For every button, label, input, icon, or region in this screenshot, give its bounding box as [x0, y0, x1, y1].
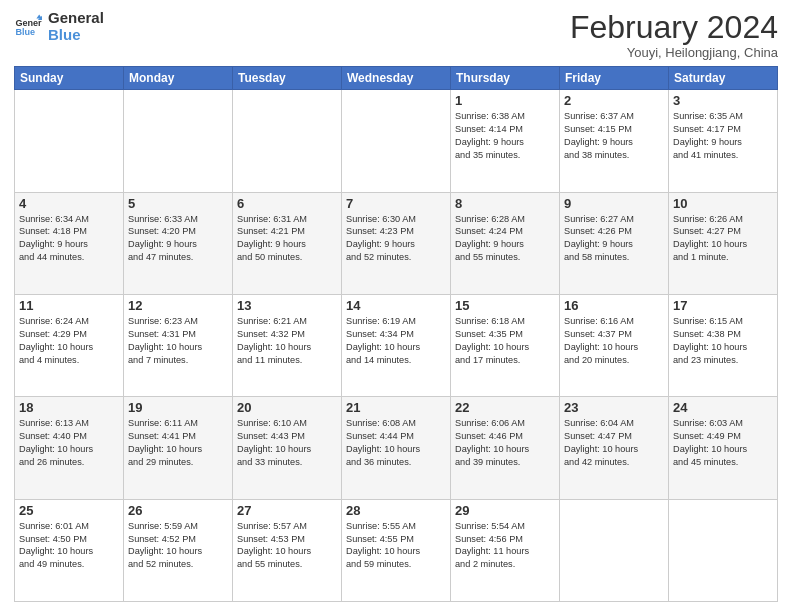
day-number: 22	[455, 400, 555, 415]
table-row: 12Sunrise: 6:23 AM Sunset: 4:31 PM Dayli…	[124, 294, 233, 396]
calendar-header-row: Sunday Monday Tuesday Wednesday Thursday…	[15, 67, 778, 90]
col-thursday: Thursday	[451, 67, 560, 90]
page-header: General Blue General Blue February 2024 …	[14, 10, 778, 60]
day-number: 18	[19, 400, 119, 415]
col-friday: Friday	[560, 67, 669, 90]
logo-line1: General	[48, 10, 104, 27]
day-number: 28	[346, 503, 446, 518]
day-info: Sunrise: 6:27 AM Sunset: 4:26 PM Dayligh…	[564, 213, 664, 265]
day-number: 25	[19, 503, 119, 518]
calendar-week-row: 11Sunrise: 6:24 AM Sunset: 4:29 PM Dayli…	[15, 294, 778, 396]
day-number: 23	[564, 400, 664, 415]
svg-text:Blue: Blue	[15, 27, 35, 37]
table-row: 1Sunrise: 6:38 AM Sunset: 4:14 PM Daylig…	[451, 90, 560, 192]
logo: General Blue General Blue	[14, 10, 104, 43]
day-info: Sunrise: 6:04 AM Sunset: 4:47 PM Dayligh…	[564, 417, 664, 469]
day-info: Sunrise: 6:28 AM Sunset: 4:24 PM Dayligh…	[455, 213, 555, 265]
day-info: Sunrise: 6:15 AM Sunset: 4:38 PM Dayligh…	[673, 315, 773, 367]
table-row: 24Sunrise: 6:03 AM Sunset: 4:49 PM Dayli…	[669, 397, 778, 499]
table-row	[15, 90, 124, 192]
day-number: 24	[673, 400, 773, 415]
table-row: 4Sunrise: 6:34 AM Sunset: 4:18 PM Daylig…	[15, 192, 124, 294]
table-row: 21Sunrise: 6:08 AM Sunset: 4:44 PM Dayli…	[342, 397, 451, 499]
day-info: Sunrise: 6:26 AM Sunset: 4:27 PM Dayligh…	[673, 213, 773, 265]
table-row: 29Sunrise: 5:54 AM Sunset: 4:56 PM Dayli…	[451, 499, 560, 601]
day-info: Sunrise: 6:33 AM Sunset: 4:20 PM Dayligh…	[128, 213, 228, 265]
table-row: 19Sunrise: 6:11 AM Sunset: 4:41 PM Dayli…	[124, 397, 233, 499]
day-info: Sunrise: 6:03 AM Sunset: 4:49 PM Dayligh…	[673, 417, 773, 469]
calendar-week-row: 1Sunrise: 6:38 AM Sunset: 4:14 PM Daylig…	[15, 90, 778, 192]
day-info: Sunrise: 6:34 AM Sunset: 4:18 PM Dayligh…	[19, 213, 119, 265]
day-number: 2	[564, 93, 664, 108]
day-number: 11	[19, 298, 119, 313]
day-info: Sunrise: 5:55 AM Sunset: 4:55 PM Dayligh…	[346, 520, 446, 572]
day-number: 1	[455, 93, 555, 108]
calendar-week-row: 4Sunrise: 6:34 AM Sunset: 4:18 PM Daylig…	[15, 192, 778, 294]
day-info: Sunrise: 6:30 AM Sunset: 4:23 PM Dayligh…	[346, 213, 446, 265]
calendar-table: Sunday Monday Tuesday Wednesday Thursday…	[14, 66, 778, 602]
table-row: 28Sunrise: 5:55 AM Sunset: 4:55 PM Dayli…	[342, 499, 451, 601]
day-number: 14	[346, 298, 446, 313]
svg-text:General: General	[15, 17, 42, 27]
table-row: 10Sunrise: 6:26 AM Sunset: 4:27 PM Dayli…	[669, 192, 778, 294]
day-number: 15	[455, 298, 555, 313]
day-info: Sunrise: 5:59 AM Sunset: 4:52 PM Dayligh…	[128, 520, 228, 572]
subtitle: Youyi, Heilongjiang, China	[570, 45, 778, 60]
day-number: 6	[237, 196, 337, 211]
col-tuesday: Tuesday	[233, 67, 342, 90]
table-row: 2Sunrise: 6:37 AM Sunset: 4:15 PM Daylig…	[560, 90, 669, 192]
table-row	[342, 90, 451, 192]
table-row: 3Sunrise: 6:35 AM Sunset: 4:17 PM Daylig…	[669, 90, 778, 192]
col-sunday: Sunday	[15, 67, 124, 90]
table-row: 13Sunrise: 6:21 AM Sunset: 4:32 PM Dayli…	[233, 294, 342, 396]
col-wednesday: Wednesday	[342, 67, 451, 90]
table-row: 22Sunrise: 6:06 AM Sunset: 4:46 PM Dayli…	[451, 397, 560, 499]
day-number: 29	[455, 503, 555, 518]
day-info: Sunrise: 5:54 AM Sunset: 4:56 PM Dayligh…	[455, 520, 555, 572]
day-number: 7	[346, 196, 446, 211]
day-number: 16	[564, 298, 664, 313]
day-info: Sunrise: 6:13 AM Sunset: 4:40 PM Dayligh…	[19, 417, 119, 469]
day-info: Sunrise: 6:06 AM Sunset: 4:46 PM Dayligh…	[455, 417, 555, 469]
day-number: 3	[673, 93, 773, 108]
table-row: 5Sunrise: 6:33 AM Sunset: 4:20 PM Daylig…	[124, 192, 233, 294]
col-monday: Monday	[124, 67, 233, 90]
day-number: 8	[455, 196, 555, 211]
day-info: Sunrise: 6:37 AM Sunset: 4:15 PM Dayligh…	[564, 110, 664, 162]
day-info: Sunrise: 6:38 AM Sunset: 4:14 PM Dayligh…	[455, 110, 555, 162]
day-number: 5	[128, 196, 228, 211]
day-info: Sunrise: 6:18 AM Sunset: 4:35 PM Dayligh…	[455, 315, 555, 367]
calendar-week-row: 25Sunrise: 6:01 AM Sunset: 4:50 PM Dayli…	[15, 499, 778, 601]
day-number: 13	[237, 298, 337, 313]
day-info: Sunrise: 6:01 AM Sunset: 4:50 PM Dayligh…	[19, 520, 119, 572]
day-number: 26	[128, 503, 228, 518]
table-row: 6Sunrise: 6:31 AM Sunset: 4:21 PM Daylig…	[233, 192, 342, 294]
table-row: 9Sunrise: 6:27 AM Sunset: 4:26 PM Daylig…	[560, 192, 669, 294]
day-number: 27	[237, 503, 337, 518]
day-info: Sunrise: 6:16 AM Sunset: 4:37 PM Dayligh…	[564, 315, 664, 367]
day-number: 17	[673, 298, 773, 313]
day-info: Sunrise: 6:08 AM Sunset: 4:44 PM Dayligh…	[346, 417, 446, 469]
day-info: Sunrise: 6:23 AM Sunset: 4:31 PM Dayligh…	[128, 315, 228, 367]
logo-line2: Blue	[48, 27, 104, 44]
day-info: Sunrise: 6:11 AM Sunset: 4:41 PM Dayligh…	[128, 417, 228, 469]
day-info: Sunrise: 6:31 AM Sunset: 4:21 PM Dayligh…	[237, 213, 337, 265]
logo-icon: General Blue	[14, 13, 42, 41]
table-row: 7Sunrise: 6:30 AM Sunset: 4:23 PM Daylig…	[342, 192, 451, 294]
title-block: February 2024 Youyi, Heilongjiang, China	[570, 10, 778, 60]
calendar-week-row: 18Sunrise: 6:13 AM Sunset: 4:40 PM Dayli…	[15, 397, 778, 499]
day-number: 19	[128, 400, 228, 415]
day-info: Sunrise: 6:10 AM Sunset: 4:43 PM Dayligh…	[237, 417, 337, 469]
day-number: 10	[673, 196, 773, 211]
day-info: Sunrise: 6:19 AM Sunset: 4:34 PM Dayligh…	[346, 315, 446, 367]
table-row: 20Sunrise: 6:10 AM Sunset: 4:43 PM Dayli…	[233, 397, 342, 499]
day-info: Sunrise: 6:24 AM Sunset: 4:29 PM Dayligh…	[19, 315, 119, 367]
day-number: 4	[19, 196, 119, 211]
day-number: 9	[564, 196, 664, 211]
col-saturday: Saturday	[669, 67, 778, 90]
day-number: 20	[237, 400, 337, 415]
table-row: 15Sunrise: 6:18 AM Sunset: 4:35 PM Dayli…	[451, 294, 560, 396]
table-row: 8Sunrise: 6:28 AM Sunset: 4:24 PM Daylig…	[451, 192, 560, 294]
table-row	[560, 499, 669, 601]
table-row: 11Sunrise: 6:24 AM Sunset: 4:29 PM Dayli…	[15, 294, 124, 396]
